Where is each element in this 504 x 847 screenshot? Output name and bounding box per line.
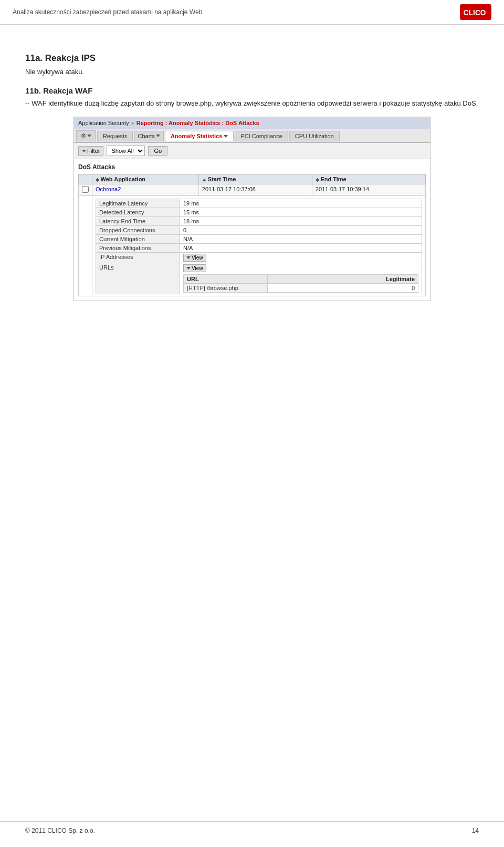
th-start-time: Start Time — [198, 174, 312, 184]
section-11b-para: -- WAF identyfikuje dużą liczbę zapytań … — [25, 99, 479, 107]
table-row: Ochrona2 2011-03-17 10:37:08 2011-03-17 … — [79, 184, 426, 196]
section-11a-para: Nie wykrywa ataku. — [25, 68, 479, 76]
detail-table-row: Legitimate Latency 19 ms — [96, 199, 422, 208]
url-th-legitimate: Legitimate — [268, 275, 418, 284]
detail-table: Legitimate Latency 19 ms Detected Latenc… — [96, 199, 422, 294]
tab-requests[interactable]: Requests — [97, 131, 133, 141]
panel-filterrow: Filter Show All Go — [74, 143, 430, 159]
dos-attacks-table: ◆ Web Application Start Time ◆ End Time — [78, 174, 426, 296]
detail-label-current-mitigation: Current Mitigation — [96, 235, 180, 244]
url-cell-url: [HTTP] /browse.php — [184, 284, 268, 293]
detail-value-current-mitigation: N/A — [180, 235, 422, 244]
row-checkbox[interactable] — [82, 186, 89, 193]
footer-copyright: © 2011 CLICO Sp. z o.o. — [25, 827, 95, 834]
row-start-time: 2011-03-17 10:37:08 — [198, 184, 312, 196]
detail-value-dropped-connections: 0 — [180, 226, 422, 235]
url-th-url: URL — [184, 275, 268, 284]
detail-value-previous-mitigations: N/A — [180, 244, 422, 253]
tab-anomaly-statistics[interactable]: Anomaly Statistics — [165, 131, 234, 141]
svg-text:CLICO: CLICO — [464, 9, 486, 17]
tab-pci-compliance[interactable]: PCI Compliance — [235, 131, 288, 141]
gear-icon: ⚙ — [81, 132, 86, 139]
panel-topbar: Application Security » Reporting : Anoma… — [74, 117, 430, 129]
sort-icon-wa: ◆ — [96, 177, 101, 182]
detail-row: Legitimate Latency 19 ms Detected Latenc… — [79, 196, 426, 296]
detail-label-previous-mitigations: Previous Mitigations — [96, 244, 180, 253]
detail-value-ip-addresses: View — [180, 253, 422, 263]
panel-body: DoS Attacks ◆ Web Application Start Time — [74, 159, 430, 301]
dos-attacks-title: DoS Attacks — [78, 163, 426, 171]
detail-table-row: Detected Latency 15 ms — [96, 208, 422, 217]
row-end-time: 2011-03-17 10:39:14 — [312, 184, 425, 196]
url-cell-legitimate: 0 — [268, 284, 418, 293]
sort-up-start-icon — [202, 179, 206, 181]
detail-table-row: Dropped Connections 0 — [96, 226, 422, 235]
detail-value-urls: View URL Legitimate — [180, 263, 422, 294]
url-table-row: [HTTP] /browse.php 0 — [184, 284, 418, 293]
main-content: 11a. Reakcja IPS Nie wykrywa ataku. 11b.… — [0, 25, 504, 332]
settings-tab[interactable]: ⚙ — [76, 130, 96, 141]
detail-label-latency-end-time: Latency End Time — [96, 217, 180, 226]
detail-value-legitimate-latency: 19 ms — [180, 199, 422, 208]
page-header: Analiza skuteczności zabezpieczeń przed … — [0, 0, 504, 25]
section-11a-heading: 11a. Reakcja IPS — [25, 53, 479, 64]
detail-label-ip-addresses: IP Addresses — [96, 253, 180, 263]
header-title: Analiza skuteczności zabezpieczeń przed … — [13, 8, 202, 16]
detail-value-latency-end-time: 18 ms — [180, 217, 422, 226]
th-checkbox — [79, 174, 92, 184]
chevron-down-charts-icon — [156, 135, 160, 137]
detail-label-legitimate-latency: Legitimate Latency — [96, 199, 180, 208]
detail-table-row: URLs View — [96, 263, 422, 294]
filter-label: Filter — [87, 148, 100, 154]
detail-cell-empty — [79, 196, 92, 296]
section-11b-heading: 11b. Reakcja WAF — [25, 86, 479, 95]
urls-view-button[interactable]: View — [183, 264, 206, 272]
tab-cpu-utilization[interactable]: CPU Utilization — [289, 131, 340, 141]
filter-button[interactable]: Filter — [78, 146, 103, 156]
row-checkbox-cell — [79, 184, 92, 196]
chevron-down-icon — [87, 135, 91, 137]
url-subtable: URL Legitimate [HTTP] /browse.php — [183, 274, 418, 293]
detail-label-dropped-connections: Dropped Connections — [96, 226, 180, 235]
sort-icon-et: ◆ — [316, 177, 321, 182]
th-end-time: ◆ End Time — [312, 174, 425, 184]
th-web-application: ◆ Web Application — [92, 174, 199, 184]
filter-chevron-icon — [82, 150, 86, 152]
view-chevron-ip-icon — [186, 256, 191, 259]
ip-addresses-view-button[interactable]: View — [183, 254, 206, 262]
panel-navrow: ⚙ Requests Charts Anomaly Statistics PCI… — [74, 129, 430, 143]
section-11a: 11a. Reakcja IPS Nie wykrywa ataku. — [25, 53, 479, 76]
breadcrumb-app: Application Security — [78, 120, 129, 126]
detail-label-urls: URLs — [96, 263, 180, 294]
breadcrumb-sep1: » — [131, 120, 134, 126]
detail-value-detected-latency: 15 ms — [180, 208, 422, 217]
row-app-name: Ochrona2 — [92, 184, 199, 196]
detail-label-detected-latency: Detected Latency — [96, 208, 180, 217]
tab-charts[interactable]: Charts — [134, 131, 163, 141]
view-chevron-urls-icon — [186, 267, 191, 270]
section-11b: 11b. Reakcja WAF -- WAF identyfikuje duż… — [25, 86, 479, 107]
chevron-down-anomaly-icon — [224, 135, 228, 138]
breadcrumb-section: Reporting : Anomaly Statistics : DoS Att… — [136, 120, 259, 126]
detail-table-row: Current Mitigation N/A — [96, 235, 422, 244]
detail-table-row: Previous Mitigations N/A — [96, 244, 422, 253]
filter-go-button[interactable]: Go — [148, 146, 167, 156]
screenshot-panel: Application Security » Reporting : Anoma… — [74, 117, 430, 301]
detail-table-row: IP Addresses View — [96, 253, 422, 263]
detail-table-row: Latency End Time 18 ms — [96, 217, 422, 226]
clico-logo: CLICO — [460, 4, 491, 20]
filter-select[interactable]: Show All — [107, 146, 145, 156]
detail-cell-content: Legitimate Latency 19 ms Detected Latenc… — [92, 196, 426, 296]
page-footer: © 2011 CLICO Sp. z o.o. 14 — [0, 821, 504, 834]
footer-page-number: 14 — [472, 827, 479, 834]
